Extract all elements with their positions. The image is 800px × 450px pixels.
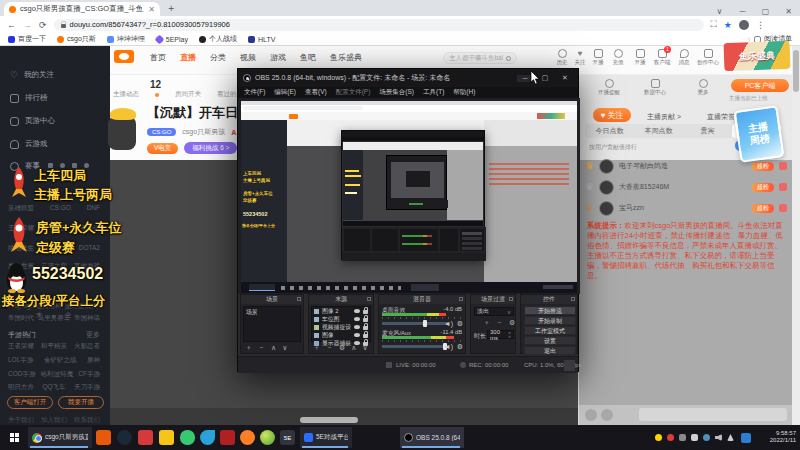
data-item[interactable]: 数据中心 — [643, 79, 667, 96]
controls-dock-title[interactable]: 控件 — [521, 295, 577, 304]
footer-link[interactable]: 关于我们 — [8, 416, 34, 425]
dock-options-icon[interactable] — [459, 297, 463, 301]
reload-icon[interactable]: ⟳ — [39, 20, 47, 30]
steam-icon[interactable] — [117, 430, 132, 445]
header-creator-center[interactable]: 创作中心 — [694, 49, 722, 66]
profile-avatar[interactable] — [739, 20, 749, 30]
emoji-icon[interactable] — [585, 409, 597, 421]
week-ranking-badge[interactable]: 主播周榜 — [734, 105, 785, 163]
wegame-icon[interactable] — [159, 430, 174, 445]
dock-options-icon[interactable] — [509, 297, 513, 301]
visibility-icon[interactable] — [354, 317, 360, 321]
category-link[interactable]: LOL手游 — [8, 356, 33, 365]
menu-view[interactable]: 查看(V) — [305, 88, 327, 97]
mixer-dock-title[interactable]: 混音器 — [379, 295, 465, 304]
dock-options-icon[interactable] — [297, 297, 301, 301]
v-badge[interactable]: V电竞 — [147, 143, 178, 154]
page-scrollbar[interactable] — [792, 46, 800, 425]
subtab-dynamic[interactable]: 主播动态 — [113, 90, 139, 99]
tray-network-icon[interactable] — [727, 434, 734, 441]
tray-icon[interactable] — [679, 434, 686, 441]
dock-options-icon[interactable] — [571, 297, 575, 301]
tab-vip[interactable]: 贵宾 — [683, 124, 732, 138]
exit-button[interactable]: 退出 — [524, 346, 576, 355]
source-properties-icon[interactable] — [339, 344, 345, 352]
header-client[interactable]: 客户端 1 — [650, 49, 674, 66]
menu-file[interactable]: 文件(F) — [244, 88, 265, 97]
tray-steam-icon[interactable] — [703, 434, 710, 441]
tray-ime-icon[interactable] — [741, 433, 751, 443]
category-badge[interactable]: CS:GO — [147, 128, 176, 136]
taskbar-clock[interactable]: 9:58:57 2022/1/11 — [770, 430, 796, 444]
app-icon-red[interactable] — [138, 430, 153, 445]
subtab-watched[interactable]: 看过的 — [217, 90, 237, 99]
browser-tab[interactable]: csgo只斯男孩直播_CS:GO直播_斗鱼 ✕ — [4, 2, 160, 16]
obs-window[interactable]: OBS 25.0.8 (64-bit, windows) - 配置文件: 未命名… — [237, 68, 579, 372]
tray-monitor-icon[interactable] — [691, 434, 698, 441]
add-transition-icon[interactable] — [483, 319, 490, 327]
streamer-avatar[interactable] — [104, 104, 140, 152]
lock-icon[interactable] — [363, 334, 368, 338]
sidebar-item-cloudgames[interactable]: 云游戏 — [10, 139, 48, 149]
scenes-list[interactable]: 场景 — [243, 306, 301, 342]
scene-item[interactable]: 场景 — [244, 307, 300, 318]
tray-volume-icon[interactable] — [715, 434, 722, 441]
category-link[interactable]: 帝国神话 — [74, 314, 100, 323]
back-icon[interactable]: ← — [7, 20, 16, 30]
nav-live[interactable]: 直播 — [180, 52, 196, 63]
sidebar-item-webgames[interactable]: 页游中心 — [10, 116, 55, 126]
more-link[interactable]: 更多 — [86, 330, 100, 340]
app-icon-orange[interactable] — [96, 430, 111, 445]
lock-icon[interactable] — [363, 318, 368, 322]
start-streaming-button[interactable]: 我要开播 — [58, 396, 104, 409]
category-link[interactable]: 火影忍者 — [74, 342, 100, 351]
nav-gala[interactable]: 鱼乐盛典 — [330, 52, 362, 63]
category-link[interactable]: DNF — [87, 204, 100, 213]
douyu-logo[interactable] — [114, 50, 134, 63]
start-button[interactable] — [4, 427, 24, 448]
taskbar-5e-button[interactable]: 5E对战平台 — [300, 427, 352, 448]
transition-select[interactable]: 淡出∨ — [474, 307, 514, 316]
settings-button[interactable]: 设置 — [524, 336, 576, 345]
gift-panel-icon[interactable] — [601, 409, 613, 421]
bookmark-item[interactable]: 个人战绩 — [199, 34, 237, 44]
channel-settings-icon[interactable] — [457, 320, 463, 328]
festival-banner[interactable]: 鱼乐盛典 — [724, 41, 791, 71]
sidebar-item-follows[interactable]: ♡我的关注 — [10, 70, 54, 80]
bookmark-star-icon[interactable]: ★ — [724, 20, 732, 30]
category-link[interactable]: 金铲铲之战 — [44, 356, 77, 365]
menu-help[interactable]: 帮助(H) — [453, 88, 475, 97]
lock-icon[interactable] — [363, 326, 368, 330]
channel-settings-icon[interactable] — [457, 343, 463, 351]
stepper-icons[interactable]: ∧∨ — [508, 331, 511, 339]
tab-week[interactable]: 本周点数 — [634, 124, 683, 138]
menu-tools[interactable]: 工具(T) — [423, 88, 444, 97]
sidebar-item-ranking[interactable]: 排行榜 — [10, 93, 48, 103]
chat-input[interactable] — [639, 408, 787, 421]
speaker-icon[interactable]: ◄) — [444, 320, 453, 327]
header-messages[interactable]: 消息 — [672, 49, 696, 66]
sources-dock-title[interactable]: 来源 — [309, 295, 373, 304]
subtab-switch[interactable]: 房间开关 — [175, 90, 201, 99]
footer-link[interactable]: 联系我们 — [74, 416, 100, 425]
volume-slider[interactable] — [382, 345, 448, 348]
nav-home[interactable]: 首页 — [150, 52, 166, 63]
visibility-icon[interactable] — [354, 333, 360, 337]
app-icon-green[interactable] — [180, 430, 195, 445]
tray-icon[interactable] — [667, 434, 674, 441]
app-icon-blue[interactable] — [200, 430, 215, 445]
category-link[interactable]: 天刀手游 — [74, 383, 100, 392]
nav-games[interactable]: 游戏 — [270, 52, 286, 63]
category-link[interactable]: 明日方舟 — [8, 383, 34, 392]
lock-icon[interactable] — [363, 310, 368, 314]
category-link[interactable]: 王者荣耀 — [8, 342, 34, 351]
app-icon-orange-circle[interactable] — [240, 430, 255, 445]
share-icon[interactable]: ⛶ — [711, 19, 717, 30]
forward-icon[interactable]: → — [23, 20, 32, 30]
add-source-icon[interactable] — [313, 344, 320, 352]
app-icon-ball[interactable] — [260, 430, 275, 445]
header-recharge[interactable]: 充值 — [606, 49, 630, 66]
studio-mode-button[interactable]: 工作室模式 — [524, 326, 576, 335]
category-link[interactable]: 英雄联盟 — [8, 204, 34, 213]
more-item[interactable]: 更多 — [691, 79, 715, 96]
